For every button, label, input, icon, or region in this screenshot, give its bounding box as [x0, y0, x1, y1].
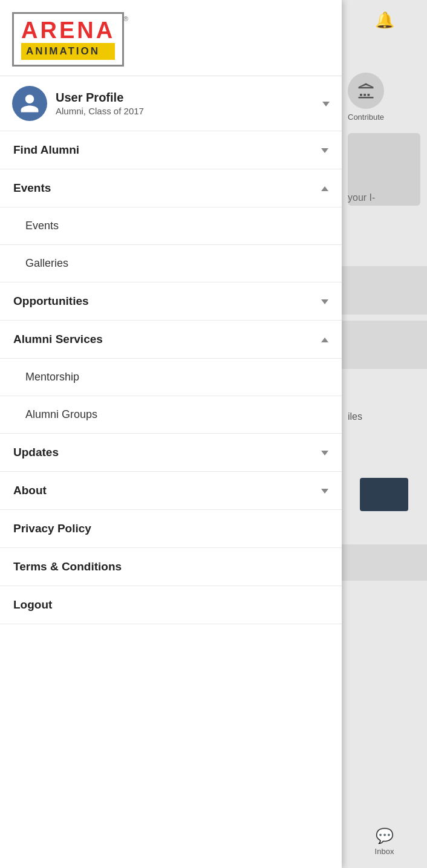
bank-icon: [357, 82, 375, 100]
right-panel-bottom-box: [342, 544, 427, 581]
opportunities-chevron-down-icon: [321, 296, 328, 307]
nav-item-terms-conditions[interactable]: Terms & Conditions: [0, 548, 342, 586]
about-chevron-down-icon: [321, 485, 328, 496]
find-alumni-label: Find Alumni: [13, 143, 79, 157]
nav-item-privacy-policy[interactable]: Privacy Policy: [0, 510, 342, 548]
logo-arena: ARENA: [21, 19, 115, 42]
right-panel-box2: [342, 321, 427, 369]
user-icon: [19, 93, 41, 114]
terms-conditions-label: Terms & Conditions: [13, 560, 122, 573]
logo-letter-a2: A: [96, 18, 115, 43]
logo-letter-e: E: [59, 18, 77, 43]
events-sub-label: Events: [25, 220, 59, 232]
mentorship-sub-label: Mentorship: [25, 371, 79, 383]
user-profile-row[interactable]: User Profile Alumni, Class of 2017: [0, 76, 342, 131]
logout-label: Logout: [13, 598, 52, 612]
nav-item-opportunities[interactable]: Opportunities: [0, 282, 342, 321]
user-profile-chevron-down-icon: [322, 98, 330, 109]
avatar: [12, 86, 47, 121]
nav-item-about[interactable]: About: [0, 472, 342, 510]
your-i-text: your I-: [348, 192, 375, 203]
logo-animation-text: ANIMATION: [26, 45, 100, 57]
logo-letter-a: A: [21, 18, 40, 43]
files-text: iles: [348, 411, 362, 422]
alumni-services-chevron-up-icon: [321, 334, 328, 345]
logo-letter-n: N: [77, 18, 96, 43]
opportunities-label: Opportunities: [13, 295, 89, 308]
registered-symbol: ®: [123, 15, 128, 22]
bell-area: 🔔: [342, 0, 427, 41]
right-panel-box1: [342, 266, 427, 315]
nav-item-find-alumni[interactable]: Find Alumni: [0, 131, 342, 169]
nav-item-events[interactable]: Events: [0, 169, 342, 207]
updates-label: Updates: [13, 446, 59, 459]
user-name: User Profile: [56, 91, 318, 105]
right-panel: 🔔 Contribute your I- iles 💬 Inbox: [342, 0, 427, 868]
contribute-label: Contribute: [348, 113, 384, 122]
main-container: ® ARENA ANIMATION User Profile Alumni, C…: [0, 0, 427, 868]
sub-item-events[interactable]: Events: [0, 207, 342, 245]
events-chevron-up-icon: [321, 183, 328, 194]
sub-item-mentorship[interactable]: Mentorship: [0, 359, 342, 396]
logo-box: ® ARENA ANIMATION: [12, 12, 124, 67]
nav-item-alumni-services[interactable]: Alumni Services: [0, 321, 342, 359]
logo-area: ® ARENA ANIMATION: [0, 0, 342, 76]
nav-item-logout[interactable]: Logout: [0, 586, 342, 624]
nav-item-updates[interactable]: Updates: [0, 434, 342, 472]
updates-chevron-down-icon: [321, 447, 328, 458]
sub-item-galleries[interactable]: Galleries: [0, 245, 342, 282]
sub-item-alumni-groups[interactable]: Alumni Groups: [0, 396, 342, 434]
logo-letter-r: R: [40, 18, 59, 43]
contribute-icon: [348, 73, 384, 109]
find-alumni-chevron-down-icon: [321, 145, 328, 155]
dark-action-button[interactable]: [360, 478, 408, 511]
inbox-area[interactable]: 💬 Inbox: [375, 827, 394, 856]
user-subtitle: Alumni, Class of 2017: [56, 106, 318, 116]
user-info: User Profile Alumni, Class of 2017: [56, 91, 318, 116]
inbox-label: Inbox: [375, 847, 394, 856]
contribute-button[interactable]: Contribute: [348, 73, 384, 122]
galleries-sub-label: Galleries: [25, 257, 68, 270]
bell-icon[interactable]: 🔔: [375, 11, 394, 30]
alumni-services-label: Alumni Services: [13, 333, 103, 346]
inbox-icon: 💬: [376, 827, 394, 844]
about-label: About: [13, 484, 47, 497]
events-label: Events: [13, 181, 51, 195]
privacy-policy-label: Privacy Policy: [13, 522, 91, 535]
alumni-groups-sub-label: Alumni Groups: [25, 408, 97, 421]
logo-animation-bar: ANIMATION: [21, 43, 115, 60]
sidebar: ® ARENA ANIMATION User Profile Alumni, C…: [0, 0, 342, 868]
